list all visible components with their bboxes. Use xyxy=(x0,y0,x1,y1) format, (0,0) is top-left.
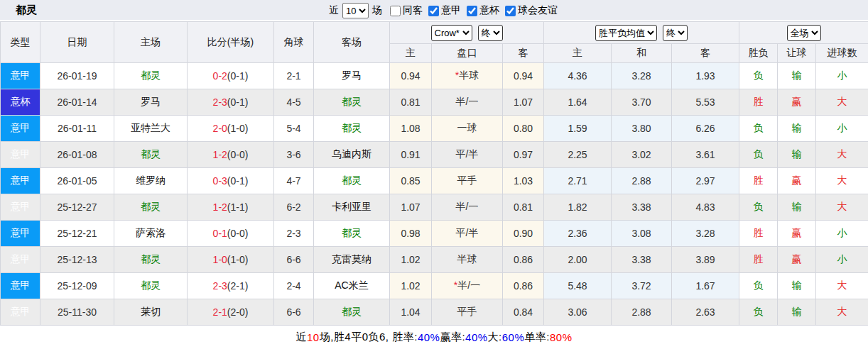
summary-segment: 近 xyxy=(295,331,307,344)
avg-draw-cell: 3.38 xyxy=(612,194,672,221)
home-team-cell: 亚特兰大 xyxy=(114,116,188,142)
odds-away-cell: 0.86 xyxy=(503,273,544,299)
score-cell: 0-3(0-1) xyxy=(188,168,274,194)
avg-win-cell: 2.71 xyxy=(544,168,612,194)
score-cell: 2-0(1-0) xyxy=(188,116,274,142)
let-result-cell: 赢 xyxy=(778,221,816,247)
subcol-let-result: 让球 xyxy=(778,44,816,63)
filter-checkbox-club-friendly[interactable] xyxy=(505,6,516,16)
odds-away-cell: 0.97 xyxy=(503,142,544,168)
date-cell: 25-12-27 xyxy=(40,194,114,221)
home-team-cell: 都灵 xyxy=(114,63,188,89)
let-result-cell: 输 xyxy=(778,116,816,142)
top-bar: 都灵 近 10 场 同客意甲意杯球会友谊 xyxy=(0,0,868,21)
odds-company-select[interactable]: Crow* xyxy=(431,25,472,41)
match-type-cell: 意甲 xyxy=(1,247,40,273)
avg-draw-cell: 3.28 xyxy=(612,63,672,89)
avg-type-select[interactable]: 胜平负均值 xyxy=(595,25,657,41)
let-result-cell: 输 xyxy=(778,194,816,221)
avg-draw-cell: 3.08 xyxy=(612,221,672,247)
subcol-avg-win: 主 xyxy=(544,44,612,63)
avg-state-select[interactable]: 终 xyxy=(663,25,688,41)
date-cell: 26-01-11 xyxy=(40,116,114,142)
filter-option-serie-a: 意甲 xyxy=(424,4,461,17)
home-team-cell: 莱切 xyxy=(114,299,188,326)
avg-group-header: 胜平负均值 终 xyxy=(544,22,739,44)
subcol-avg-draw: 和 xyxy=(612,44,672,63)
summary-segment: 赢率: xyxy=(440,331,465,344)
match-row: 意甲 26-01-08 都灵 1-2(0-0) 3-6 乌迪内斯 0.91 平/… xyxy=(1,142,868,168)
corner-cell: 6-6 xyxy=(274,247,314,273)
avg-lose-cell: 5.53 xyxy=(672,89,739,116)
subcol-avg-lose: 客 xyxy=(672,44,739,63)
subcol-odds-away: 客 xyxy=(503,44,544,63)
let-result-cell: 赢 xyxy=(778,89,816,116)
let-result-cell: 输 xyxy=(778,142,816,168)
odds-away-cell: 0.90 xyxy=(503,221,544,247)
goals-cell: 大 xyxy=(816,194,868,221)
result-cell: 负 xyxy=(739,194,778,221)
filter-option-coppa-italia: 意杯 xyxy=(462,4,499,17)
away-team-cell: 克雷莫纳 xyxy=(314,247,390,273)
corner-cell: 6-2 xyxy=(274,194,314,221)
odds-home-cell: 0.94 xyxy=(390,63,432,89)
odds-home-cell: 0.81 xyxy=(390,89,432,116)
score-cell: 1-0(1-0) xyxy=(188,247,274,273)
score-cell: 2-3(0-1) xyxy=(188,89,274,116)
summary-segment: 大: xyxy=(488,331,502,344)
away-team-cell: 罗马 xyxy=(314,63,390,89)
filter-checkbox-coppa-italia[interactable] xyxy=(467,6,477,16)
handicap-cell: 半球 xyxy=(432,247,503,273)
match-type-cell: 意杯 xyxy=(1,89,40,116)
col-header-home: 主场 xyxy=(114,22,188,63)
avg-draw-cell: 3.38 xyxy=(612,247,672,273)
home-team-cell: 都灵 xyxy=(114,247,188,273)
match-row: 意杯 26-01-14 罗马 2-3(0-1) 4-5 都灵 0.81 半/一 … xyxy=(1,89,868,116)
goals-cell: 小 xyxy=(816,221,868,247)
date-cell: 25-11-30 xyxy=(40,299,114,326)
away-team-cell: 都灵 xyxy=(314,221,390,247)
avg-lose-cell: 2.63 xyxy=(672,299,739,326)
recent-count-select[interactable]: 10 xyxy=(342,3,369,18)
goals-cell: 大 xyxy=(816,168,868,194)
summary-segment: 单率: xyxy=(524,331,550,344)
filter-option-same-venue: 同客 xyxy=(386,4,423,17)
avg-draw-cell: 2.88 xyxy=(612,299,672,326)
avg-win-cell: 5.48 xyxy=(544,273,612,299)
col-header-type: 类型 xyxy=(1,22,40,63)
avg-lose-cell: 4.83 xyxy=(672,194,739,221)
corner-cell: 2-4 xyxy=(274,273,314,299)
filter-checkbox-same-venue[interactable] xyxy=(390,6,401,16)
filter-checkbox-serie-a[interactable] xyxy=(428,6,439,16)
match-row: 意甲 25-12-13 都灵 1-0(1-0) 6-6 克雷莫纳 1.02 半球… xyxy=(1,247,868,273)
away-team-cell: 卡利亚里 xyxy=(314,194,390,221)
scope-select[interactable]: 全场 xyxy=(787,25,821,41)
corner-cell: 4-5 xyxy=(274,89,314,116)
score-cell: 0-2(0-1) xyxy=(188,63,274,89)
avg-lose-cell: 2.97 xyxy=(672,168,739,194)
corner-cell: 4-7 xyxy=(274,168,314,194)
corner-cell: 5-4 xyxy=(274,116,314,142)
away-team-cell: 都灵 xyxy=(314,299,390,326)
goals-cell: 小 xyxy=(816,63,868,89)
match-type-cell: 意甲 xyxy=(1,116,40,142)
avg-lose-cell: 3.61 xyxy=(672,142,739,168)
avg-lose-cell: 3.28 xyxy=(672,221,739,247)
date-cell: 25-12-13 xyxy=(40,247,114,273)
goals-cell: 大 xyxy=(816,299,868,326)
match-type-cell: 意甲 xyxy=(1,168,40,194)
result-group-header: 全场 xyxy=(739,22,868,44)
odds-home-cell: 1.04 xyxy=(390,299,432,326)
result-cell: 胜 xyxy=(739,89,778,116)
odds-state-select[interactable]: 终 xyxy=(478,25,503,41)
odds-home-cell: 0.85 xyxy=(390,168,432,194)
match-row: 意甲 25-12-27 都灵 1-2(1-1) 6-2 卡利亚里 1.07 半/… xyxy=(1,194,868,221)
match-row: 意甲 25-11-30 莱切 2-1(2-0) 6-6 都灵 1.04 平手 0… xyxy=(1,299,868,326)
match-type-cell: 意甲 xyxy=(1,63,40,89)
summary-segment: 40% xyxy=(418,331,440,343)
goals-cell: 大 xyxy=(816,142,868,168)
col-header-date: 日期 xyxy=(40,22,114,63)
result-cell: 负 xyxy=(739,142,778,168)
result-cell: 胜 xyxy=(739,221,778,247)
avg-draw-cell: 3.80 xyxy=(612,116,672,142)
